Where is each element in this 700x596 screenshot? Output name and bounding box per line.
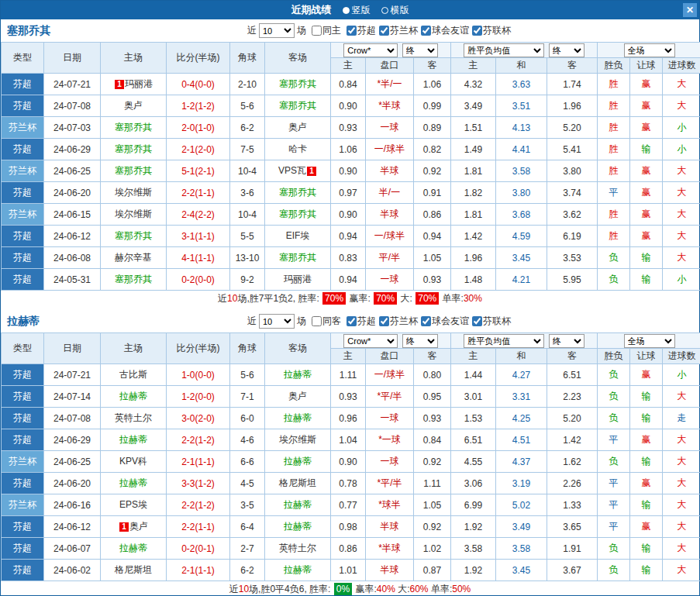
league-checkbox[interactable] (379, 26, 389, 36)
league-type-cell: 芬超 (2, 538, 44, 560)
avg-draw-odds-cell: 4.25 (496, 408, 547, 429)
avg-home-odds-cell: 1.44 (451, 364, 496, 386)
home-team-cell: 塞那乔其 (101, 226, 167, 247)
avg-home-odds-cell: 3.06 (451, 473, 496, 494)
team-name-text: 拉赫蒂 (284, 369, 312, 380)
league-checkbox[interactable] (347, 26, 357, 36)
avg-away-odds-cell: 3.74 (547, 182, 598, 204)
result-handicap-cell: 输 (630, 538, 663, 560)
match-count-select[interactable]: 10 (259, 314, 295, 329)
match-row: 芬超24-07-14拉赫蒂1-2(0-0)7-1奥卢0.93*平/半0.953.… (2, 386, 700, 408)
handicap-time-select[interactable]: 终 (402, 334, 438, 348)
asian-home-odds-cell: 0.86 (331, 538, 366, 560)
scope-header: 全场 (598, 333, 700, 349)
match-row: 芬超24-06-29拉赫蒂2-2(1-2)4-6埃尔维斯1.04*一球0.846… (2, 429, 700, 451)
rank-badge: 1 (115, 80, 124, 89)
avg-home-odds-cell: 4.55 (451, 451, 496, 473)
same-venue-checkbox[interactable] (312, 316, 322, 326)
result-handicap-cell: 赢 (630, 473, 663, 494)
result-goals-cell: 大 (663, 74, 700, 95)
col-let-ball: 让球 (630, 58, 663, 74)
result-goals-cell: 大 (663, 247, 700, 269)
league-filter[interactable]: 芬兰杯 (376, 24, 418, 37)
team-name-text: 拉赫蒂 (284, 412, 312, 423)
close-icon[interactable]: ✕ (683, 3, 697, 17)
horizontal-view-radio[interactable] (381, 7, 388, 14)
asian-handicap-cell: 一球 (366, 451, 414, 473)
date-cell: 24-07-14 (44, 386, 101, 408)
away-team-section: 拉赫蒂 近 10 场 同客 芬超芬兰杯球会友谊芬联杯 类 (1, 310, 699, 596)
team-name-text: 拉赫蒂 (119, 543, 147, 553)
away-team-cell: 英特土尔 (265, 538, 331, 560)
league-type-cell: 芬兰杯 (2, 117, 44, 139)
league-checkbox[interactable] (379, 316, 389, 326)
date-cell: 24-06-12 (44, 516, 101, 538)
asian-away-odds-cell: 0.92 (414, 451, 451, 473)
col-date: 日期 (44, 43, 101, 74)
vertical-view-label[interactable]: 竖版 (352, 4, 371, 17)
summary-text: 场,胜7平1负2, 胜率: (237, 293, 322, 304)
bookmaker-select[interactable]: Crow* (343, 334, 398, 348)
avg-away-odds-cell: 1.62 (547, 451, 598, 473)
asian-home-odds-cell: 0.84 (331, 74, 366, 95)
avg-time-select[interactable]: 终 (549, 334, 584, 348)
league-type-cell: 芬超 (2, 269, 44, 291)
league-checkbox[interactable] (472, 316, 482, 326)
result-goals-cell: 大 (663, 226, 700, 247)
score-cell: 2-1(2-0) (167, 139, 230, 160)
corners-cell: 2-10 (230, 74, 265, 95)
col-away: 客场 (265, 43, 331, 74)
avg-draw-odds-cell: 3.68 (496, 204, 547, 226)
asian-home-odds-cell: 0.94 (331, 226, 366, 247)
league-checkbox[interactable] (421, 316, 431, 326)
asian-home-odds-cell: 0.90 (331, 95, 366, 117)
league-filter[interactable]: 芬联杯 (469, 315, 511, 328)
full-match-select[interactable]: 全场 (624, 334, 675, 348)
home-team-cell: 拉赫蒂 (101, 538, 167, 560)
avg-home-odds-cell: 1.51 (451, 117, 496, 139)
league-checkbox[interactable] (472, 26, 482, 36)
match-count-select[interactable]: 10 (259, 23, 295, 38)
asian-home-odds-cell: 1.06 (331, 139, 366, 160)
league-filter[interactable]: 芬超 (343, 315, 376, 328)
league-type-cell: 芬超 (2, 560, 44, 581)
avg-time-select[interactable]: 终 (549, 43, 584, 57)
full-match-select[interactable]: 全场 (624, 43, 675, 57)
away-team-cell: 哈卡 (265, 139, 331, 160)
league-filter[interactable]: 芬超 (343, 24, 376, 37)
bookmaker-select[interactable]: Crow* (343, 43, 398, 57)
league-filter[interactable]: 芬联杯 (469, 24, 511, 37)
same-venue-checkbox[interactable] (312, 26, 322, 36)
date-cell: 24-06-07 (44, 538, 101, 560)
asian-home-odds-cell: 0.78 (331, 473, 366, 494)
asian-home-odds-cell: 1.04 (331, 429, 366, 451)
match-row: 芬兰杯24-06-25塞那乔其5-1(2-1)10-4VPS瓦10.90半球0.… (2, 160, 700, 182)
team-name-text: VPS瓦 (278, 165, 306, 176)
wdl-average-select[interactable]: 胜平负均值 (464, 43, 544, 57)
league-type-cell: 芬超 (2, 408, 44, 429)
vertical-view-radio[interactable] (343, 7, 350, 14)
asian-handicap-cell: 一球 (366, 408, 414, 429)
same-venue-filter[interactable]: 同主 (309, 24, 341, 37)
horizontal-view-label[interactable]: 横版 (391, 4, 409, 17)
handicap-time-select[interactable]: 终 (402, 43, 438, 57)
wdl-average-select[interactable]: 胜平负均值 (464, 334, 544, 348)
league-checkbox[interactable] (347, 316, 357, 326)
league-filter[interactable]: 球会友谊 (418, 315, 469, 328)
league-checkbox[interactable] (421, 26, 431, 36)
summary-text: 30% (464, 293, 482, 304)
date-cell: 24-06-12 (44, 226, 101, 247)
avg-away-odds-cell: 5.95 (547, 269, 598, 291)
league-filter[interactable]: 芬兰杯 (376, 315, 418, 328)
home-team-cell: 拉赫蒂 (101, 473, 167, 494)
home-team-section: 塞那乔其 近 10 场 同主 芬超芬兰杯球会友谊芬联杯 (1, 19, 699, 307)
asian-handicap-cell: 一球 (366, 269, 414, 291)
col-home: 主场 (101, 333, 167, 364)
team-name-text: 埃尔维斯 (279, 434, 316, 445)
corners-cell: 5-6 (230, 364, 265, 386)
league-filter[interactable]: 球会友谊 (418, 24, 469, 37)
score-cell: 0-4(0-0) (167, 74, 230, 95)
result-goals-cell: 小 (663, 117, 700, 139)
match-row: 芬超24-07-21古比斯1-0(0-0)5-6拉赫蒂1.11一/球半0.801… (2, 364, 700, 386)
same-venue-filter[interactable]: 同客 (309, 315, 341, 328)
